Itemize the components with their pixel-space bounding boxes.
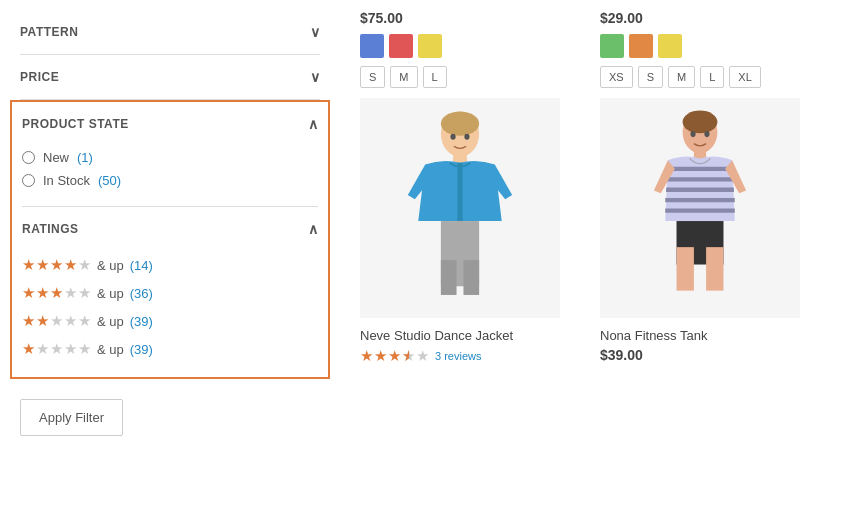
svg-point-7	[450, 134, 455, 140]
rating-3star-option[interactable]: ★ ★ ★ ★ ★ & up (36)	[22, 279, 318, 307]
jacket-color-swatches	[360, 34, 580, 58]
star-2: ★	[36, 284, 49, 302]
jacket-size-m[interactable]: M	[390, 66, 417, 88]
rating-1star-option[interactable]: ★ ★ ★ ★ ★ & up (39)	[22, 335, 318, 363]
jacket-svg	[390, 108, 530, 308]
star-4: ★	[64, 256, 77, 274]
star-2: ★	[36, 312, 49, 330]
rating-1star-count: (39)	[130, 342, 153, 357]
jacket-star-2: ★	[374, 347, 387, 365]
jacket-image	[360, 98, 560, 318]
rating-4star-label: & up	[97, 258, 124, 273]
rating-2star-count: (39)	[130, 314, 153, 329]
rating-2star-label: & up	[97, 314, 124, 329]
star-1: ★	[22, 256, 35, 274]
pattern-filter-label: PATTERN	[20, 25, 78, 39]
product-state-instock-radio[interactable]	[22, 174, 35, 187]
rating-4star-count: (14)	[130, 258, 153, 273]
tank-swatch-green[interactable]	[600, 34, 624, 58]
jacket-star-5-empty: ★	[416, 347, 429, 365]
product-state-label: PRODUCT STATE	[22, 117, 129, 131]
price-filter-section: PRICE ∨	[20, 55, 320, 100]
jacket-star-half: ★ ★	[402, 347, 415, 365]
sidebar: PATTERN ∨ PRICE ∨ PRODUCT STATE ∧	[0, 10, 340, 517]
pattern-filter-section: PATTERN ∨	[20, 10, 320, 55]
star-1: ★	[22, 340, 35, 358]
star-1: ★	[22, 284, 35, 302]
pattern-filter-header[interactable]: PATTERN ∨	[20, 10, 320, 54]
ratings-options: ★ ★ ★ ★ ★ & up (14) ★ ★	[22, 251, 318, 377]
ratings-filter-header[interactable]: RATINGS ∧	[22, 207, 318, 251]
rating-2star-stars: ★ ★ ★ ★ ★	[22, 312, 91, 330]
star-5-empty: ★	[78, 340, 91, 358]
star-1: ★	[22, 312, 35, 330]
product-state-options: New (1) In Stock (50)	[22, 146, 318, 206]
star-4-empty: ★	[64, 312, 77, 330]
jacket-swatch-blue[interactable]	[360, 34, 384, 58]
product-state-new-option[interactable]: New (1)	[22, 146, 318, 169]
product-state-instock-label: In Stock	[43, 173, 90, 188]
star-2-empty: ★	[36, 340, 49, 358]
product-state-filter-header[interactable]: PRODUCT STATE ∧	[22, 102, 318, 146]
star-5-empty: ★	[78, 284, 91, 302]
product-state-filter-section: PRODUCT STATE ∧ New (1) In Stock (50)	[22, 102, 318, 207]
product-state-new-count: (1)	[77, 150, 93, 165]
jacket-name: Neve Studio Dance Jacket	[360, 328, 580, 343]
tank-image	[600, 98, 800, 318]
star-3: ★	[50, 256, 63, 274]
pattern-chevron-icon: ∨	[310, 24, 321, 40]
tank-swatch-orange[interactable]	[629, 34, 653, 58]
ratings-chevron-icon: ∧	[308, 221, 319, 237]
tank-size-s[interactable]: S	[638, 66, 663, 88]
rating-4star-stars: ★ ★ ★ ★ ★	[22, 256, 91, 274]
ratings-filter-label: RATINGS	[22, 222, 79, 236]
tank-color-swatches	[600, 34, 820, 58]
ratings-filter-section: RATINGS ∧ ★ ★ ★ ★ ★ & up (14)	[22, 207, 318, 377]
svg-rect-3	[457, 163, 462, 221]
star-5-empty: ★	[78, 312, 91, 330]
product-state-new-label: New	[43, 150, 69, 165]
jacket-swatch-red[interactable]	[389, 34, 413, 58]
star-3-empty: ★	[50, 312, 63, 330]
tank-size-m[interactable]: M	[668, 66, 695, 88]
tank-swatch-yellow[interactable]	[658, 34, 682, 58]
jacket-size-l[interactable]: L	[423, 66, 447, 88]
price-filter-header[interactable]: PRICE ∨	[20, 55, 320, 99]
highlighted-filters-box: PRODUCT STATE ∧ New (1) In Stock (50)	[10, 100, 330, 379]
product-grid: $75.00 S M L	[340, 10, 845, 517]
jacket-review-link[interactable]: 3 reviews	[435, 350, 481, 362]
tank-price-top: $29.00	[600, 10, 820, 26]
apply-filter-button[interactable]: Apply Filter	[20, 399, 123, 436]
jacket-size-options: S M L	[360, 66, 580, 88]
jacket-stars-row: ★ ★ ★ ★ ★ ★ 3 reviews	[360, 347, 580, 365]
svg-point-20	[690, 131, 695, 137]
product-card-tank: $29.00 XS S M L XL	[600, 10, 820, 517]
rating-2star-option[interactable]: ★ ★ ★ ★ ★ & up (39)	[22, 307, 318, 335]
rating-4star-option[interactable]: ★ ★ ★ ★ ★ & up (14)	[22, 251, 318, 279]
tank-price-bottom: $39.00	[600, 347, 820, 363]
product-state-new-radio[interactable]	[22, 151, 35, 164]
jacket-star-1: ★	[360, 347, 373, 365]
tank-name: Nona Fitness Tank	[600, 328, 820, 343]
svg-point-8	[464, 134, 469, 140]
price-chevron-icon: ∨	[310, 69, 321, 85]
tank-size-xl[interactable]: XL	[729, 66, 760, 88]
svg-rect-18	[677, 247, 694, 290]
jacket-stars: ★ ★ ★ ★ ★ ★	[360, 347, 429, 365]
jacket-price-top: $75.00	[360, 10, 580, 26]
jacket-star-3: ★	[388, 347, 401, 365]
tank-svg	[635, 108, 765, 308]
rating-3star-label: & up	[97, 286, 124, 301]
tank-size-options: XS S M L XL	[600, 66, 820, 88]
svg-point-1	[441, 111, 479, 135]
rating-1star-stars: ★ ★ ★ ★ ★	[22, 340, 91, 358]
jacket-swatch-yellow[interactable]	[418, 34, 442, 58]
product-state-chevron-icon: ∧	[308, 116, 319, 132]
rating-1star-label: & up	[97, 342, 124, 357]
product-state-instock-option[interactable]: In Stock (50)	[22, 169, 318, 192]
jacket-size-s[interactable]: S	[360, 66, 385, 88]
star-5-empty: ★	[78, 256, 91, 274]
tank-size-l[interactable]: L	[700, 66, 724, 88]
svg-point-21	[704, 131, 709, 137]
tank-size-xs[interactable]: XS	[600, 66, 633, 88]
